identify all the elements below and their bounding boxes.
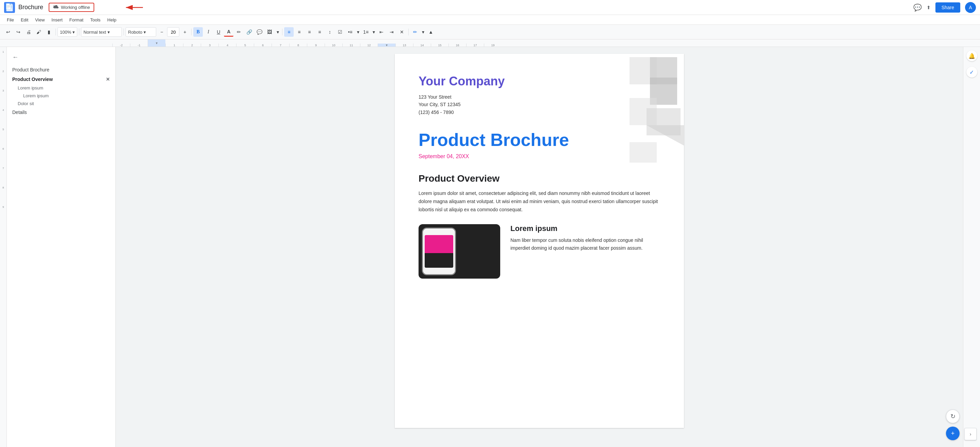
align-justify-button[interactable]: ≡ [315,27,324,37]
back-icon: ← [12,54,18,61]
print-button[interactable]: 🖨 [24,27,33,37]
ruler-num: 9 [2,205,4,208]
ruler-mark: 17 [466,43,484,47]
company-name: Your Company [418,74,660,88]
brochure-date: September 04, 20XX [418,153,660,159]
redo-button[interactable]: ↪ [14,27,23,37]
sidebar-back-button[interactable]: ← [7,52,115,65]
notification-icon[interactable]: 🔔 [966,50,977,61]
ruler-num: 2 [2,70,4,73]
paint-format-button[interactable]: 🖌 [34,27,43,37]
menu-help[interactable]: Help [105,17,119,23]
ruler-mark: 6 [254,43,272,47]
font-size-input[interactable] [167,27,179,37]
menu-view[interactable]: View [32,17,47,23]
link-button[interactable]: 🔗 [244,27,254,37]
lorem-content: Lorem ipsum Nam liber tempor cum soluta … [511,224,660,278]
underline-button[interactable]: U [214,27,223,37]
sidebar-sub-lorem1[interactable]: Lorem ipsum [7,84,115,92]
svg-text:📄: 📄 [5,3,12,9]
avatar[interactable]: A [965,2,976,13]
ruler-marks: -2 -1 ▼ 1 2 3 4 5 6 7 8 9 10 11 12 ▼ 13 … [112,40,501,47]
line-spacing-button[interactable]: ↕ [325,27,334,37]
ruler-mark: 12 [360,43,378,47]
ruler-num: 5 [2,128,4,131]
edit-dropdown[interactable]: ▾ [421,27,425,37]
titlebar: 📄 Brochure Working offline 💬 ⬆ Share A [0,0,980,15]
italic-button[interactable]: I [204,27,213,37]
align-center-button[interactable]: ≡ [294,27,304,37]
toolbar-divider-5 [282,29,282,35]
indent-more-button[interactable]: ⇥ [387,27,396,37]
image-dropdown[interactable]: ▾ [275,27,280,37]
ruler-mark: 3 [201,43,218,47]
number-button[interactable]: 1≡ [361,27,371,37]
comment-button[interactable]: 💬 [255,27,264,37]
ruler-mark: 14 [413,43,431,47]
sidebar-sub-lorem2[interactable]: Lorem ipsum [7,92,115,100]
ruler-mark: 15 [431,43,449,47]
menu-edit[interactable]: Edit [18,17,31,23]
sidebar-item-details[interactable]: Details [7,108,115,117]
bold-button[interactable]: B [193,27,203,37]
left-ruler: 1 2 3 4 5 6 7 8 9 [0,47,7,447]
font-select[interactable]: Roboto ▾ [126,27,156,37]
align-right-button[interactable]: ≡ [305,27,314,37]
history-icon[interactable]: ⬆ [927,5,931,10]
font-size-controls: − + [157,27,189,37]
clear-format-button[interactable]: ✕ [397,27,407,37]
edit-mode-button[interactable]: ✏ [410,27,420,37]
right-controls: 💬 ⬆ Share A [913,2,976,13]
font-size-increase[interactable]: + [180,27,189,37]
toolbar-divider-6 [408,29,409,35]
refresh-fab[interactable]: ↻ [946,410,959,423]
menu-tools[interactable]: Tools [88,17,103,23]
collapse-toolbar-button[interactable]: ▲ [426,27,436,37]
offline-badge[interactable]: Working offline [49,3,94,12]
share-button[interactable]: Share [935,2,960,13]
ruler-mark: 8 [289,43,307,47]
highlight-button[interactable]: ✏ [234,27,243,37]
check-icon[interactable]: ✓ [966,67,977,78]
doc-title: Brochure [18,4,43,11]
comment-icon[interactable]: 💬 [913,3,922,11]
right-panel: 🔔 ✓ [963,47,980,447]
lorem-body: Nam liber tempor cum soluta nobis eleife… [511,236,660,253]
toolbar-divider-3 [124,29,124,35]
indent-less-button[interactable]: ⇤ [377,27,386,37]
sidebar-item-product-overview[interactable]: Product Overview ✕ [7,75,115,84]
font-size-decrease[interactable]: − [157,27,166,37]
address-line1: 123 Your Street [418,93,660,101]
paint-roller-button[interactable]: ▮ [44,27,54,37]
ruler-mark-active: ▼ [148,40,165,47]
sidebar-item-product-brochure[interactable]: Product Brochure [7,65,115,75]
sidebar-sub-dolor[interactable]: Dolor sit [7,100,115,108]
zoom-select[interactable]: 100% ▾ [57,27,77,37]
checklist-button[interactable]: ☑ [335,27,345,37]
ruler-mark: 5 [236,43,254,47]
offline-label: Working offline [61,5,90,10]
toolbar-divider-4 [191,29,192,35]
bullet-dropdown[interactable]: ▾ [356,27,360,37]
style-select[interactable]: Normal text ▾ [81,27,122,37]
font-color-button[interactable]: A [224,27,234,37]
undo-button[interactable]: ↩ [3,27,13,37]
brochure-title: Product Brochure [418,130,660,150]
menu-format[interactable]: Format [67,17,86,23]
doc-area[interactable]: Your Company 123 Your Street Your City, … [116,47,963,447]
number-dropdown[interactable]: ▾ [371,27,376,37]
expand-button[interactable]: › [964,428,977,440]
address-line3: (123) 456 - 7890 [418,108,660,116]
phone-screen [425,235,453,268]
menu-file[interactable]: File [4,17,17,23]
image-button[interactable]: 🖼 [265,27,274,37]
menu-insert[interactable]: Insert [49,17,65,23]
ruler-num: 7 [2,167,4,170]
sidebar-close-button[interactable]: ✕ [106,76,110,82]
doc-page: Your Company 123 Your Street Your City, … [395,54,684,428]
lorem-section: Lorem ipsum Nam liber tempor cum soluta … [418,224,660,278]
bullet-button[interactable]: •≡ [345,27,355,37]
align-left-button[interactable]: ≡ [284,27,294,37]
add-fab[interactable]: + [946,426,959,440]
docs-icon: 📄 [4,2,15,13]
